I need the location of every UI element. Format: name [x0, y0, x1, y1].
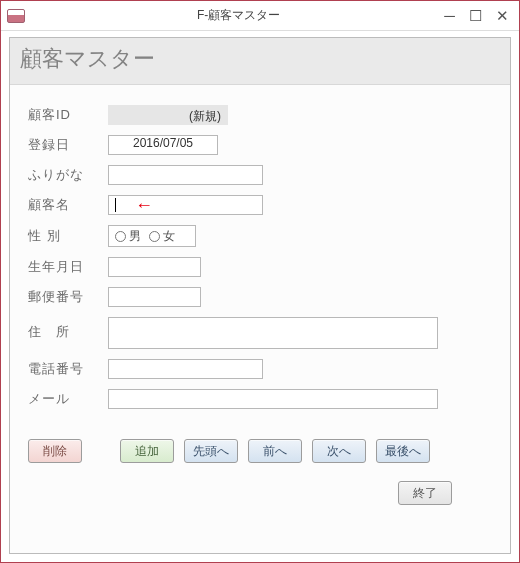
label-address: 住 所	[28, 317, 108, 341]
app-icon	[7, 9, 25, 23]
field-email[interactable]	[108, 389, 438, 409]
field-name[interactable]: ←	[108, 195, 263, 215]
label-furigana: ふりがな	[28, 166, 108, 184]
close-button[interactable]: 終了	[398, 481, 452, 505]
last-button[interactable]: 最後へ	[376, 439, 430, 463]
radio-icon	[149, 231, 160, 242]
window-controls: ─ ☐ ✕	[444, 8, 513, 23]
close-icon[interactable]: ✕	[496, 8, 509, 23]
prev-button[interactable]: 前へ	[248, 439, 302, 463]
titlebar: F-顧客マスター ─ ☐ ✕	[1, 1, 519, 31]
gender-female-option[interactable]: 女	[149, 228, 175, 245]
gender-female-label: 女	[163, 228, 175, 245]
label-gender: 性 別	[28, 227, 108, 245]
radio-icon	[115, 231, 126, 242]
field-furigana[interactable]	[108, 165, 263, 185]
gender-male-label: 男	[129, 228, 141, 245]
window-title: F-顧客マスター	[33, 7, 444, 24]
button-row: 削除 追加 先頭へ 前へ 次へ 最後へ	[28, 439, 492, 463]
label-email: メール	[28, 390, 108, 408]
text-cursor	[115, 198, 116, 212]
form-body: 顧客ID (新規) 登録日 2016/07/05 ふりがな 顧客名 ← 性 別	[10, 85, 510, 525]
annotation-arrow-icon: ←	[135, 195, 153, 216]
label-phone: 電話番号	[28, 360, 108, 378]
gender-male-option[interactable]: 男	[115, 228, 141, 245]
label-name: 顧客名	[28, 196, 108, 214]
field-gender[interactable]: 男 女	[108, 225, 196, 247]
label-id: 顧客ID	[28, 106, 108, 124]
field-id: (新規)	[108, 105, 228, 125]
app-window: F-顧客マスター ─ ☐ ✕ 顧客マスター 顧客ID (新規) 登録日 2016…	[0, 0, 520, 563]
label-birth: 生年月日	[28, 258, 108, 276]
field-phone[interactable]	[108, 359, 263, 379]
maximize-icon[interactable]: ☐	[469, 8, 482, 23]
form-title: 顧客マスター	[10, 38, 510, 85]
form-canvas: 顧客マスター 顧客ID (新規) 登録日 2016/07/05 ふりがな 顧客名…	[9, 37, 511, 554]
label-postal: 郵便番号	[28, 288, 108, 306]
first-button[interactable]: 先頭へ	[184, 439, 238, 463]
label-regdate: 登録日	[28, 136, 108, 154]
minimize-icon[interactable]: ─	[444, 8, 455, 23]
add-button[interactable]: 追加	[120, 439, 174, 463]
field-birth[interactable]	[108, 257, 201, 277]
delete-button[interactable]: 削除	[28, 439, 82, 463]
field-postal[interactable]	[108, 287, 201, 307]
field-regdate[interactable]: 2016/07/05	[108, 135, 218, 155]
field-address[interactable]	[108, 317, 438, 349]
next-button[interactable]: 次へ	[312, 439, 366, 463]
